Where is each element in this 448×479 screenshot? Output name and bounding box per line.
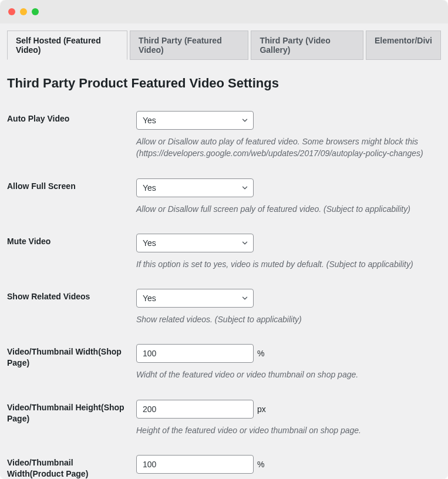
row-fullscreen: Allow Full Screen Yes Allow or Disallow …: [7, 169, 441, 224]
maximize-window-button[interactable]: [32, 8, 39, 15]
label-shop-width: Video/Thumbnail Width(Shop Page): [7, 335, 136, 390]
close-window-button[interactable]: [8, 8, 15, 15]
help-fullscreen: Allow or Disallow full screen paly of fe…: [136, 203, 441, 215]
select-autoplay[interactable]: Yes: [136, 111, 254, 130]
unit-shop-height: px: [257, 404, 266, 414]
help-shop-width: Widht of the featured video or video thu…: [136, 369, 441, 380]
unit-product-width: %: [257, 460, 264, 469]
label-mute: Mute Video: [7, 224, 136, 279]
tab-third-party-featured[interactable]: Third Party (Featured Video): [130, 31, 248, 60]
row-autoplay: Auto Play Video Yes Allow or Disallow au…: [7, 102, 441, 169]
select-mute[interactable]: Yes: [136, 234, 254, 252]
row-shop-height: Video/Thumbnail Height(Shop Page) px Hei…: [7, 390, 441, 446]
select-related[interactable]: Yes: [136, 289, 254, 308]
content-area: Self Hosted (Featured Video) Third Party…: [0, 23, 448, 479]
help-mute: If this option is set to yes, video is m…: [136, 258, 441, 270]
label-autoplay: Auto Play Video: [7, 102, 136, 169]
tab-third-party-gallery[interactable]: Third Party (Video Gallery): [251, 31, 363, 60]
label-related: Show Related Videos: [7, 279, 136, 335]
help-autoplay: Allow or Disallow auto play of featured …: [136, 136, 441, 160]
row-product-width: Video/Thumbnail Width(Product Page) % Wi…: [7, 446, 441, 479]
label-shop-height: Video/Thumbnail Height(Shop Page): [7, 390, 136, 446]
input-shop-height[interactable]: [136, 400, 254, 419]
input-product-width[interactable]: [136, 455, 254, 474]
row-mute: Mute Video Yes If this option is set to …: [7, 224, 441, 279]
row-related: Show Related Videos Yes Show related vid…: [7, 279, 441, 335]
row-shop-width: Video/Thumbnail Width(Shop Page) % Widht…: [7, 335, 441, 390]
titlebar: [0, 0, 448, 23]
page-title: Third Party Product Featured Video Setti…: [7, 76, 441, 91]
unit-shop-width: %: [257, 349, 264, 358]
app-window: Self Hosted (Featured Video) Third Party…: [0, 0, 448, 479]
select-fullscreen[interactable]: Yes: [136, 178, 254, 197]
tabs-nav: Self Hosted (Featured Video) Third Party…: [7, 31, 441, 59]
help-shop-height: Height of the featured video or video th…: [136, 424, 441, 436]
tab-elementor-divi[interactable]: Elementor/Divi: [366, 31, 441, 60]
help-related: Show related videos. (Subject to applica…: [136, 313, 441, 325]
minimize-window-button[interactable]: [20, 8, 27, 15]
label-product-width: Video/Thumbnail Width(Product Page): [7, 446, 136, 479]
settings-form: Auto Play Video Yes Allow or Disallow au…: [7, 102, 441, 479]
label-fullscreen: Allow Full Screen: [7, 169, 136, 224]
tab-self-hosted-featured[interactable]: Self Hosted (Featured Video): [7, 31, 127, 60]
input-shop-width[interactable]: [136, 344, 254, 363]
